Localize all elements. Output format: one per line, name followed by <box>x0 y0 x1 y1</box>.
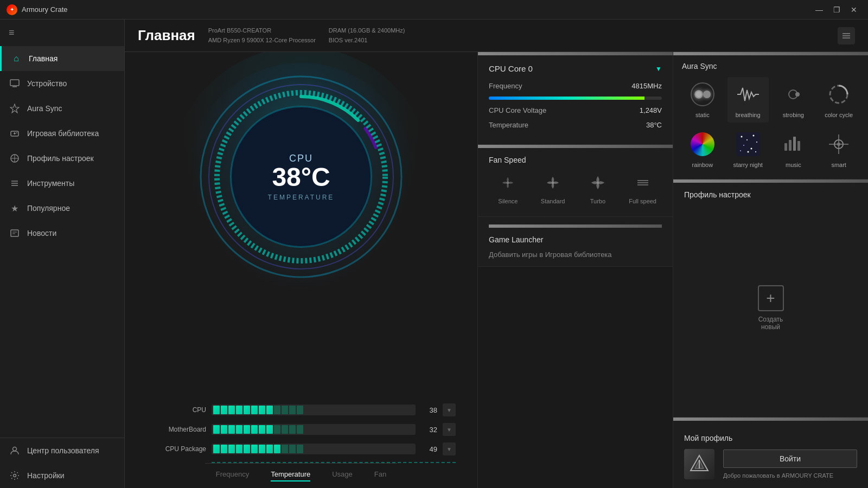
armoury-logo <box>684 449 714 479</box>
aura-starry-night[interactable]: starry night <box>727 127 769 172</box>
aura-breathing[interactable]: breathing <box>727 77 769 123</box>
aura-rainbow[interactable]: rainbow <box>682 127 723 172</box>
app-logo: ✦ <box>7 4 17 15</box>
cpu-visualization: CPU 38°C TEMPERATURE <box>187 63 415 291</box>
temp-value: 38°C <box>646 121 662 129</box>
fan-full-speed[interactable]: Full speed <box>621 171 664 209</box>
sidebar-item-profiles[interactable]: Профиль настроек <box>0 146 124 171</box>
bar-row-motherboard: MotherBoard <box>146 423 456 436</box>
game-launcher-title: Game Launcher <box>489 235 662 244</box>
maximize-button[interactable]: ❐ <box>829 2 844 17</box>
sidebar-item-news[interactable]: Новости <box>0 221 124 246</box>
sidebar-label-tools: Инструменты <box>27 179 74 188</box>
popular-icon: ★ <box>9 202 21 214</box>
hamburger-menu[interactable]: ≡ <box>0 20 124 46</box>
plus-icon: + <box>758 285 784 311</box>
bar-seg <box>251 425 258 434</box>
frequency-bar <box>489 97 662 100</box>
aura-breathing-label: breathing <box>736 112 761 118</box>
minimize-button[interactable]: — <box>812 2 827 17</box>
aura-strobing[interactable]: strobing <box>773 77 814 123</box>
sidebar-item-device[interactable]: Устройство <box>0 71 124 96</box>
svg-rect-49 <box>793 137 796 151</box>
svg-point-38 <box>741 136 742 138</box>
aura-smart[interactable]: smart <box>818 127 859 172</box>
bar-expand-mb[interactable]: ▼ <box>443 423 456 436</box>
sidebar-item-popular[interactable]: ★ Популярное <box>0 196 124 221</box>
bar-expand-cpupkg[interactable]: ▼ <box>443 442 456 455</box>
svg-point-29 <box>552 182 554 184</box>
game-add-text[interactable]: Добавить игры в Игровая библиотека <box>489 251 662 259</box>
svg-point-46 <box>747 151 749 153</box>
window-controls: — ❐ ✕ <box>812 2 861 17</box>
aura-music[interactable]: music <box>773 127 814 172</box>
frequency-label: Frequency <box>489 82 522 90</box>
sidebar-label-settings: Настройки <box>27 471 65 480</box>
fan-turbo-label: Turbo <box>590 198 605 204</box>
sidebar-item-aura[interactable]: Aura Sync <box>0 96 124 121</box>
settings-icon <box>9 470 21 481</box>
tab-temperature[interactable]: Temperature <box>271 470 310 481</box>
settings-profile-panel: Профиль настроек + Создатьновый <box>673 179 868 418</box>
profiles-icon <box>9 152 21 164</box>
bar-seg <box>213 425 220 434</box>
fan-turbo[interactable]: Turbo <box>577 171 620 209</box>
aura-grid: static breathing <box>673 70 868 179</box>
aura-color-cycle[interactable]: color cycle <box>818 77 859 123</box>
tab-usage[interactable]: Usage <box>332 470 353 481</box>
create-profile-button[interactable]: + Создатьновый <box>673 199 868 417</box>
sidebar-item-games[interactable]: Игровая библиотека <box>0 121 124 146</box>
bar-value-cpu: 38 <box>421 406 437 414</box>
bar-expand-cpu[interactable]: ▼ <box>443 403 456 416</box>
aura-rainbow-label: rainbow <box>692 162 713 168</box>
bar-seg <box>228 425 235 434</box>
svg-rect-48 <box>789 140 792 151</box>
fan-fullspeed-icon <box>635 175 650 194</box>
voltage-value: 1,248V <box>640 106 662 114</box>
bar-seg <box>251 445 258 453</box>
sidebar-label-popular: Популярное <box>27 204 70 213</box>
svg-point-30 <box>596 182 599 184</box>
app-body: ≡ ⌂ Главная Устройство Aura Sync Игровая… <box>0 20 868 488</box>
fan-standard[interactable]: Standard <box>532 171 575 209</box>
tools-icon <box>9 177 21 189</box>
aura-smart-icon <box>826 131 852 157</box>
header-icon-button[interactable] <box>838 27 855 44</box>
svg-point-44 <box>740 150 741 151</box>
bar-track-mb <box>212 424 416 435</box>
fan-fullspeed-label: Full speed <box>629 198 656 204</box>
aura-colorcycle-label: color cycle <box>825 112 853 118</box>
close-button[interactable]: ✕ <box>846 2 861 17</box>
games-icon <box>9 127 21 139</box>
right-panels: CPU Core 0 ▼ Frequency 4815MHz CPU Core … <box>477 52 673 488</box>
sidebar: ≡ ⌂ Главная Устройство Aura Sync Игровая… <box>0 20 125 488</box>
fan-grid: Silence Standard Turbo <box>478 171 673 216</box>
tab-fan[interactable]: Fan <box>374 470 386 481</box>
bar-seg <box>221 406 227 414</box>
bar-seg <box>244 445 250 453</box>
sidebar-item-home[interactable]: ⌂ Главная <box>0 46 124 71</box>
bar-label-cpu: CPU <box>146 406 206 414</box>
fan-standard-icon <box>545 175 560 194</box>
aura-static[interactable]: static <box>682 77 723 123</box>
svg-point-35 <box>795 92 800 97</box>
news-icon <box>9 227 21 239</box>
bar-seg <box>236 425 242 434</box>
sidebar-item-tools[interactable]: Инструменты <box>0 171 124 196</box>
sidebar-item-settings[interactable]: Настройки <box>0 463 124 488</box>
bar-track-cpu <box>212 404 416 415</box>
sidebar-item-user-center[interactable]: Центр пользователя <box>0 438 124 463</box>
core-dropdown[interactable]: ▼ <box>655 65 662 73</box>
sidebar-label-profiles: Профиль настроек <box>27 154 94 163</box>
bar-label-mb: MotherBoard <box>146 426 206 433</box>
tab-frequency[interactable]: Frequency <box>216 470 249 481</box>
svg-point-42 <box>743 145 744 146</box>
fan-silence[interactable]: Silence <box>487 171 529 209</box>
cpu-metrics-panel: CPU Core 0 ▼ Frequency 4815MHz CPU Core … <box>478 52 673 145</box>
bar-seg <box>266 445 273 453</box>
bar-seg <box>228 445 235 453</box>
bottom-tabs: Frequency Temperature Usage Fan <box>205 463 397 488</box>
bar-seg <box>213 445 220 453</box>
svg-point-43 <box>750 148 752 150</box>
login-button[interactable]: Войти <box>723 450 857 468</box>
